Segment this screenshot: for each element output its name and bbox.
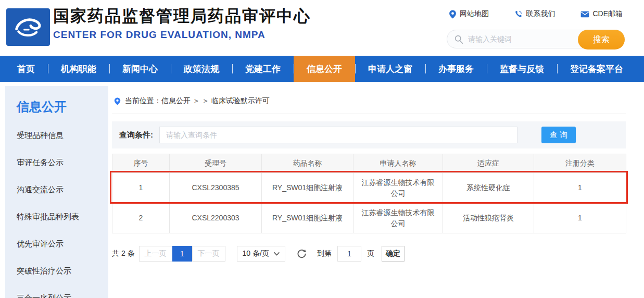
- refresh-button[interactable]: [297, 249, 307, 259]
- sidebar-item-three-in-one[interactable]: 三合一序列公示: [17, 293, 108, 298]
- cell-indication: 系统性硬化症: [443, 173, 534, 203]
- table-header-seq: 序号: [112, 154, 170, 173]
- cell-acceptance-no: CXSL2200303: [170, 203, 262, 233]
- sidebar-item-accepted-products[interactable]: 受理品种信息: [17, 131, 108, 141]
- header-right: 网站地图 联系我们 CDE邮箱: [447, 9, 625, 48]
- site-title: 国家药品监督管理局药品审评中心: [53, 6, 311, 27]
- site-search-bar: 搜索: [447, 30, 625, 48]
- cell-indication: 活动性狼疮肾炎: [443, 203, 534, 233]
- cell-applicant: 江苏睿源生物技术有限公司: [353, 203, 443, 233]
- query-button[interactable]: 查 询: [541, 127, 576, 143]
- pager-group: 上一页 1 下一页: [139, 246, 225, 262]
- site-search-button[interactable]: 搜索: [578, 30, 625, 49]
- pagination-total: 共 2 条: [112, 249, 135, 258]
- cell-seq: 1: [112, 173, 170, 203]
- query-bar: 查询条件: 查 询: [112, 121, 626, 148]
- sidebar-item-breakthrough-therapy[interactable]: 突破性治疗公示: [17, 266, 108, 276]
- table-header-indication: 适应症: [443, 154, 534, 173]
- table-header-acceptance-no: 受理号: [170, 154, 262, 173]
- next-page-button[interactable]: 下一页: [192, 246, 225, 262]
- site-subtitle: CENTER FOR DRUG EVALUATION, NMPA: [53, 29, 311, 41]
- table-header-row: 序号 受理号 药品名称 申请人名称 适应症 注册分类: [112, 154, 626, 173]
- sidebar-item-special-approval-list[interactable]: 特殊审批品种列表: [17, 212, 108, 222]
- main-nav: 首页 机构职能 新闻中心 政策法规 党建工作 信息公开 申请人之窗 办事服务 监…: [0, 56, 644, 82]
- nav-item-home[interactable]: 首页: [4, 56, 48, 82]
- current-page-button[interactable]: 1: [172, 246, 192, 262]
- nav-item-party-building[interactable]: 党建工作: [232, 56, 294, 82]
- pagination: 共 2 条 上一页 1 下一页 10 条/页 到第 页 确定: [112, 246, 626, 262]
- chevron-down-icon: [274, 252, 280, 256]
- sidebar: 信息公开 受理品种信息 审评任务公示 沟通交流公示 特殊审批品种列表 优先审评公…: [5, 86, 108, 298]
- cell-acceptance-no: CXSL2300385: [170, 173, 262, 203]
- query-input[interactable]: [159, 127, 517, 143]
- nav-item-services[interactable]: 办事服务: [425, 56, 487, 82]
- cell-registration-class: 1: [534, 203, 626, 233]
- cell-seq: 2: [112, 203, 170, 233]
- cell-drug-name: RY_SW01细胞注射液: [262, 173, 353, 203]
- cell-drug-name: RY_SW01细胞注射液: [262, 203, 353, 233]
- sidebar-title: 信息公开: [17, 98, 108, 115]
- results-table: 序号 受理号 药品名称 申请人名称 适应症 注册分类 1 CXSL2300385…: [112, 154, 626, 233]
- prev-page-button[interactable]: 上一页: [139, 246, 172, 262]
- nav-item-supervision-feedback[interactable]: 监督与反馈: [487, 56, 557, 82]
- refresh-icon: [297, 249, 307, 259]
- confirm-button[interactable]: 确定: [382, 246, 405, 262]
- sidebar-list: 受理品种信息 审评任务公示 沟通交流公示 特殊审批品种列表 优先审评公示 突破性…: [17, 131, 108, 298]
- nav-item-info-disclosure[interactable]: 信息公开: [294, 56, 355, 82]
- table-header-registration-class: 注册分类: [534, 154, 626, 173]
- site-map-link[interactable]: 网站地图: [449, 9, 489, 19]
- cell-applicant: 江苏睿源生物技术有限公司: [353, 173, 443, 203]
- table-header-drug-name: 药品名称: [262, 154, 353, 173]
- table-header-applicant: 申请人名称: [353, 154, 443, 173]
- nav-item-registration-platform[interactable]: 登记备案平台: [557, 56, 636, 82]
- quick-link-label: 网站地图: [460, 9, 489, 19]
- goto-label: 到第: [317, 249, 332, 258]
- top-header: 国家药品监督管理局药品审评中心 CENTER FOR DRUG EVALUATI…: [0, 0, 644, 56]
- nav-item-applicant-window[interactable]: 申请人之窗: [355, 56, 425, 82]
- nav-item-policies[interactable]: 政策法规: [171, 56, 232, 82]
- location-pin-icon: [114, 97, 121, 106]
- cell-registration-class: 1: [534, 173, 626, 203]
- main-content: 当前位置：信息公开 ＞ ＞ 临床试验默示许可 查询条件: 查 询 序号 受理号 …: [112, 86, 626, 298]
- cde-logo: [6, 8, 50, 46]
- nav-item-org-functions[interactable]: 机构职能: [48, 56, 109, 82]
- query-label: 查询条件:: [119, 130, 153, 140]
- breadcrumb: 当前位置：信息公开 ＞ ＞ 临床试验默示许可: [112, 86, 626, 114]
- goto-unit-label: 页: [367, 249, 374, 258]
- sidebar-item-priority-review[interactable]: 优先审评公示: [17, 239, 108, 249]
- table-row[interactable]: 2 CXSL2200303 RY_SW01细胞注射液 江苏睿源生物技术有限公司 …: [112, 203, 626, 233]
- quick-link-label: CDE邮箱: [592, 9, 623, 19]
- nav-item-news-center[interactable]: 新闻中心: [109, 56, 171, 82]
- cde-logo-swoosh-icon: [12, 14, 44, 41]
- location-pin-icon: [449, 10, 457, 19]
- search-icon: [454, 35, 463, 44]
- sidebar-item-communication[interactable]: 沟通交流公示: [17, 185, 108, 195]
- mail-icon: [580, 11, 589, 18]
- sidebar-item-review-tasks[interactable]: 审评任务公示: [17, 158, 108, 168]
- table-row[interactable]: 1 CXSL2300385 RY_SW01细胞注射液 江苏睿源生物技术有限公司 …: [112, 173, 626, 203]
- page-size-select[interactable]: 10 条/页: [237, 246, 285, 262]
- results-table-wrap: 序号 受理号 药品名称 申请人名称 适应症 注册分类 1 CXSL2300385…: [112, 154, 626, 233]
- quick-link-label: 联系我们: [526, 9, 555, 19]
- contact-us-link[interactable]: 联系我们: [514, 9, 555, 19]
- phone-icon: [514, 10, 523, 18]
- page-size-value: 10 条/页: [243, 249, 269, 258]
- quick-links: 网站地图 联系我们 CDE邮箱: [447, 9, 625, 19]
- page-body: 信息公开 受理品种信息 审评任务公示 沟通交流公示 特殊审批品种列表 优先审评公…: [0, 86, 644, 298]
- cde-mailbox-link[interactable]: CDE邮箱: [580, 9, 623, 19]
- breadcrumb-text: 当前位置：信息公开 ＞ ＞ 临床试验默示许可: [125, 96, 270, 106]
- goto-page-input[interactable]: [337, 246, 361, 262]
- site-title-block: 国家药品监督管理局药品审评中心 CENTER FOR DRUG EVALUATI…: [53, 6, 311, 41]
